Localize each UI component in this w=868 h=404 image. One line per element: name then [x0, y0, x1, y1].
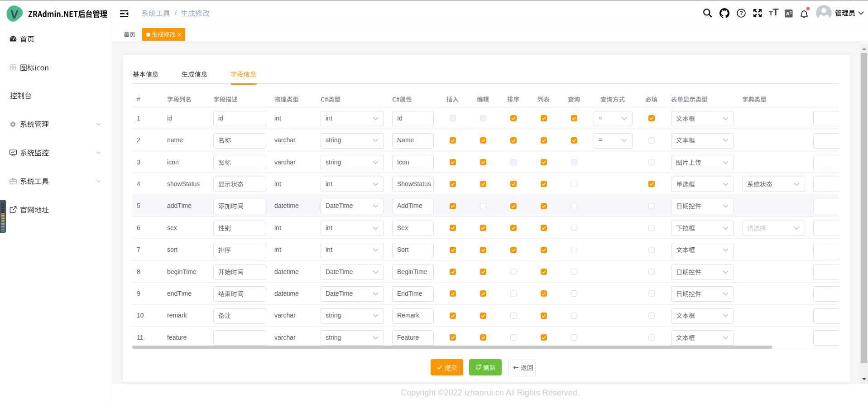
svg-text:?: ?: [739, 10, 743, 16]
svg-text:V: V: [10, 7, 19, 21]
svg-text:A: A: [786, 11, 789, 16]
